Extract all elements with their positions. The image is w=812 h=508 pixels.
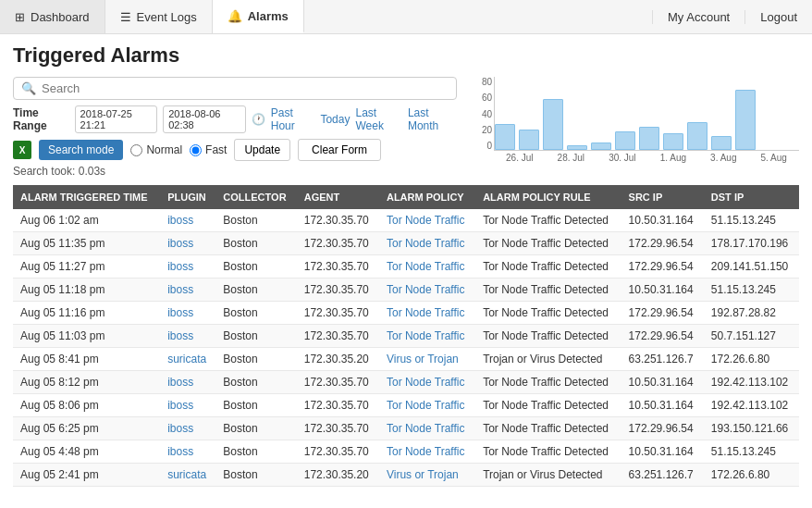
table-row[interactable]: Aug 05 11:18 pmibossBoston172.30.35.70To… [13, 279, 799, 302]
alarm-policy-link[interactable]: Tor Node Traffic [379, 440, 475, 464]
nav-item-dashboard[interactable]: ⊞ Dashboard [0, 0, 105, 33]
table-cell: 172.29.96.54 [621, 302, 704, 325]
controls-row: X Search mode Normal Fast Update Clear F… [13, 139, 457, 161]
alarm-policy-link[interactable]: Tor Node Traffic [379, 279, 475, 302]
chart-x-labels: 26. Jul28. Jul30. Jul1. Aug3. Aug5. Aug [494, 153, 799, 163]
table-cell: 172.30.35.70 [297, 255, 379, 279]
table-row[interactable]: Aug 05 6:25 pmibossBoston172.30.35.70Tor… [13, 417, 799, 440]
radio-normal[interactable] [130, 144, 142, 156]
alarm-policy-link[interactable]: Tor Node Traffic [379, 371, 475, 394]
table-cell: Boston [215, 325, 296, 348]
chart-bar-9 [711, 136, 732, 150]
table-cell: 172.29.96.54 [621, 417, 704, 440]
table-cell: 172.26.6.80 [704, 464, 799, 487]
table-cell: Tor Node Traffic Detected [475, 209, 621, 232]
plugin-link[interactable]: iboss [160, 394, 215, 417]
alarm-policy-link[interactable]: Tor Node Traffic [379, 325, 475, 348]
plugin-link[interactable]: suricata [160, 348, 215, 371]
table-cell: Tor Node Traffic Detected [475, 325, 621, 348]
table-cell: 209.141.51.150 [704, 255, 799, 279]
table-row[interactable]: Aug 05 4:48 pmibossBoston172.30.35.70Tor… [13, 440, 799, 464]
table-row[interactable]: Aug 05 11:03 pmibossBoston172.30.35.70To… [13, 325, 799, 348]
radio-normal-label[interactable]: Normal [130, 143, 182, 156]
table-cell: 63.251.126.7 [621, 348, 704, 371]
table-cell: Aug 05 8:12 pm [13, 371, 160, 394]
plugin-link[interactable]: iboss [160, 302, 215, 325]
alarm-policy-link[interactable]: Tor Node Traffic [379, 232, 475, 255]
y-label-20: 20 [466, 125, 492, 135]
time-range-row: Time Range 2018-07-25 21:21 2018-08-06 0… [13, 105, 457, 133]
nav-item-event-logs[interactable]: ☰ Event Logs [105, 0, 213, 33]
nav-item-logout[interactable]: Logout [744, 10, 812, 24]
table-row[interactable]: Aug 05 11:27 pmibossBoston172.30.35.70To… [13, 255, 799, 279]
table-cell: Tor Node Traffic Detected [475, 232, 621, 255]
time-link-last-month[interactable]: Last Month [408, 106, 457, 132]
time-link-last-week[interactable]: Last Week [355, 106, 401, 132]
excel-export-button[interactable]: X [13, 141, 31, 159]
nav-item-my-account[interactable]: My Account [652, 10, 744, 24]
table-col-header-6: SRC IP [621, 185, 704, 209]
table-cell: Tor Node Traffic Detected [475, 302, 621, 325]
radio-fast[interactable] [190, 144, 202, 156]
search-input[interactable] [42, 81, 449, 95]
search-took: Search took: 0.03s [13, 165, 457, 178]
table-cell: 172.30.35.70 [297, 279, 379, 302]
table-cell: Aug 05 8:41 pm [13, 348, 160, 371]
table-cell: Boston [215, 394, 296, 417]
table-cell: 10.50.31.164 [621, 371, 704, 394]
table-cell: Boston [215, 255, 296, 279]
alarm-policy-link[interactable]: Virus or Trojan [379, 348, 475, 371]
time-to[interactable]: 2018-08-06 02:38 [163, 105, 246, 133]
table-cell: Boston [215, 302, 296, 325]
table-row[interactable]: Aug 05 11:16 pmibossBoston172.30.35.70To… [13, 302, 799, 325]
table-cell: Boston [215, 279, 296, 302]
alarm-policy-link[interactable]: Virus or Trojan [379, 464, 475, 487]
search-input-row[interactable]: 🔍 [13, 77, 457, 100]
nav-label-dashboard: Dashboard [31, 10, 90, 24]
search-panel: 🔍 Time Range 2018-07-25 21:21 2018-08-06… [13, 77, 457, 178]
table-row[interactable]: Aug 05 2:41 pmsuricataBoston172.30.35.20… [13, 464, 799, 487]
table-cell: Tor Node Traffic Detected [475, 417, 621, 440]
table-cell: Tor Node Traffic Detected [475, 255, 621, 279]
chart-x-label-2: 30. Jul [609, 153, 635, 163]
table-cell: Aug 05 11:18 pm [13, 279, 160, 302]
plugin-link[interactable]: iboss [160, 417, 215, 440]
plugin-link[interactable]: iboss [160, 279, 215, 302]
chart-y-labels: 80 60 40 20 0 [466, 77, 492, 151]
plugin-link[interactable]: iboss [160, 209, 215, 232]
table-row[interactable]: Aug 05 8:12 pmibossBoston172.30.35.70Tor… [13, 371, 799, 394]
alarm-policy-link[interactable]: Tor Node Traffic [379, 394, 475, 417]
plugin-link[interactable]: iboss [160, 440, 215, 464]
table-row[interactable]: Aug 05 8:06 pmibossBoston172.30.35.70Tor… [13, 394, 799, 417]
table-row[interactable]: Aug 05 8:41 pmsuricataBoston172.30.35.20… [13, 348, 799, 371]
clear-form-button[interactable]: Clear Form [298, 139, 381, 161]
plugin-link[interactable]: suricata [160, 464, 215, 487]
alarm-policy-link[interactable]: Tor Node Traffic [379, 255, 475, 279]
plugin-link[interactable]: iboss [160, 232, 215, 255]
alarm-policy-link[interactable]: Tor Node Traffic [379, 417, 475, 440]
search-mode-button[interactable]: Search mode [39, 140, 123, 160]
alarm-icon: 🔔 [228, 9, 242, 23]
nav-item-alarms[interactable]: 🔔 Alarms [213, 0, 304, 33]
radio-fast-label[interactable]: Fast [190, 143, 227, 156]
table-row[interactable]: Aug 06 1:02 amibossBoston172.30.35.70Tor… [13, 209, 799, 232]
plugin-link[interactable]: iboss [160, 371, 215, 394]
nav-label-event-logs: Event Logs [137, 10, 197, 24]
plugin-link[interactable]: iboss [160, 325, 215, 348]
table-header: ALARM TRIGGERED TIMEPLUGINCOLLECTORAGENT… [13, 185, 799, 209]
update-button[interactable]: Update [234, 139, 290, 161]
table-cell: Boston [215, 209, 296, 232]
time-link-today[interactable]: Today [320, 113, 350, 126]
alarm-policy-link[interactable]: Tor Node Traffic [379, 302, 475, 325]
time-link-past-hour[interactable]: Past Hour [271, 106, 315, 132]
time-from[interactable]: 2018-07-25 21:21 [75, 105, 158, 133]
plugin-link[interactable]: iboss [160, 255, 215, 279]
table-row[interactable]: Aug 05 11:35 pmibossBoston172.30.35.70To… [13, 232, 799, 255]
table-cell: Aug 05 11:27 pm [13, 255, 160, 279]
table-cell: Boston [215, 440, 296, 464]
chart-bar-7 [663, 133, 683, 150]
table-cell: Aug 05 11:16 pm [13, 302, 160, 325]
alarm-policy-link[interactable]: Tor Node Traffic [379, 209, 475, 232]
table-cell: 51.15.13.245 [704, 440, 799, 464]
table-cell: 192.42.113.102 [704, 371, 799, 394]
